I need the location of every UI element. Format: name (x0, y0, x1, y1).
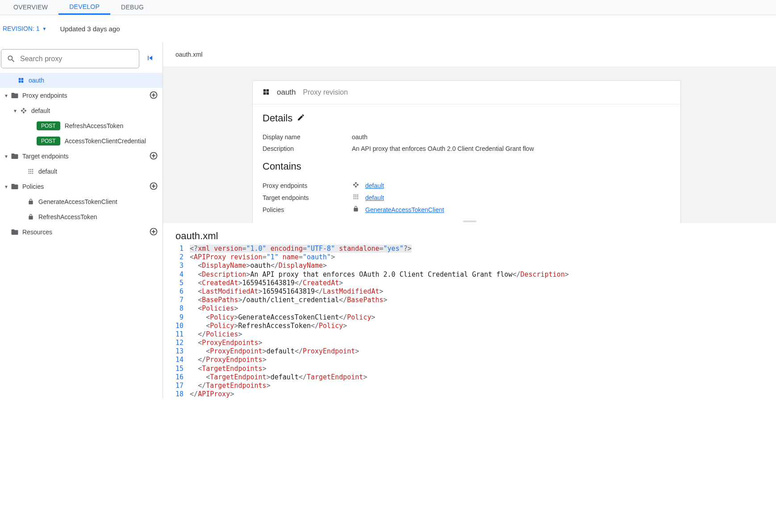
add-button[interactable] (149, 227, 158, 237)
tree-label: Resources (22, 229, 149, 236)
proxy-tree: oauth ▼ Proxy endpoints ▼ default POST R… (0, 73, 163, 240)
tree-te-default[interactable]: default (0, 164, 163, 179)
code-editor[interactable]: 123456789101112131415161718 <?xml versio… (163, 245, 776, 399)
collapse-icon (146, 54, 154, 62)
svg-point-29 (354, 195, 355, 195)
tree-flow-row[interactable]: POST RefreshAccessToken (0, 118, 163, 133)
add-button[interactable] (149, 182, 158, 192)
description-value: An API proxy that enforces OAuth 2.0 Cli… (352, 145, 534, 152)
search-input[interactable] (20, 55, 134, 63)
folder-icon (11, 152, 19, 160)
svg-point-36 (355, 198, 356, 199)
search-box[interactable] (1, 49, 139, 68)
collapse-sidebar-button[interactable] (144, 52, 156, 66)
line-gutter: 123456789101112131415161718 (175, 245, 190, 399)
card-title: oauth (277, 88, 296, 97)
svg-rect-2 (19, 81, 21, 83)
svg-point-34 (357, 196, 358, 197)
updated-text: Updated 3 days ago (60, 25, 120, 33)
svg-point-16 (29, 173, 29, 174)
svg-point-11 (30, 169, 31, 170)
display-name-value: oauth (352, 133, 367, 141)
policies-label: Policies (263, 206, 352, 213)
add-button[interactable] (149, 151, 158, 162)
svg-point-32 (354, 196, 355, 197)
tree-proxy-endpoints[interactable]: ▼ Proxy endpoints (0, 88, 163, 103)
search-icon (7, 54, 16, 63)
code-title: oauth.xml (163, 223, 776, 245)
svg-point-30 (355, 195, 356, 195)
tree-root[interactable]: oauth (0, 73, 163, 88)
display-name-label: Display name (263, 133, 352, 141)
tree-label: default (38, 168, 158, 175)
tab-develop[interactable]: DEVELOP (58, 0, 110, 15)
svg-point-14 (30, 171, 31, 172)
tree-label: AccessTokenClientCredential (65, 137, 158, 145)
apps-icon (352, 194, 360, 200)
svg-rect-26 (267, 89, 269, 91)
tree-root-label: oauth (29, 77, 158, 84)
move-icon (352, 182, 360, 188)
proxy-ep-link[interactable]: default (365, 182, 384, 189)
lock-icon (27, 213, 35, 221)
svg-rect-1 (21, 78, 24, 80)
file-tab[interactable]: oauth.xml (163, 42, 776, 67)
resize-handle[interactable] (463, 220, 476, 222)
tree-label: default (31, 107, 158, 114)
svg-point-33 (355, 196, 356, 197)
add-button[interactable] (149, 91, 158, 101)
revision-dropdown[interactable]: REVISION: 1 ▼ (3, 25, 46, 32)
revision-bar: REVISION: 1 ▼ Updated 3 days ago (0, 15, 776, 42)
svg-point-35 (354, 198, 355, 199)
lock-icon (352, 206, 360, 212)
method-badge: POST (37, 137, 60, 145)
contains-heading: Contains (263, 161, 301, 172)
folder-icon (11, 228, 19, 236)
description-label: Description (263, 145, 352, 152)
svg-point-12 (32, 169, 33, 170)
tree-pe-default[interactable]: ▼ default (0, 103, 163, 118)
tree-label: Proxy endpoints (22, 92, 149, 99)
proxy-ep-label: Proxy endpoints (263, 182, 352, 189)
tab-overview[interactable]: OVERVIEW (3, 0, 58, 15)
tree-policy-item[interactable]: GenerateAccessTokenClient (0, 194, 163, 209)
svg-point-18 (32, 173, 33, 174)
folder-icon (11, 183, 19, 191)
svg-point-15 (32, 171, 33, 172)
chevron-down-icon: ▼ (11, 108, 20, 113)
svg-point-10 (29, 169, 29, 170)
svg-point-31 (357, 195, 358, 195)
grid-icon (17, 76, 25, 84)
tree-flow-row[interactable]: POST AccessTokenClientCredential (0, 133, 163, 149)
svg-rect-28 (267, 92, 269, 94)
tree-policy-item[interactable]: RefreshAccessToken (0, 209, 163, 224)
target-ep-link[interactable]: default (365, 194, 384, 201)
details-card: oauth Proxy revision Details Display nam… (252, 80, 681, 223)
target-ep-label: Target endpoints (263, 194, 352, 201)
tree-resources[interactable]: ▼ Resources (0, 224, 163, 240)
svg-rect-0 (19, 78, 21, 80)
svg-point-37 (357, 198, 358, 199)
folder-icon (11, 91, 19, 100)
tree-label: Policies (22, 183, 149, 190)
code-content: <?xml version="1.0" encoding="UTF-8" sta… (190, 245, 569, 399)
card-subtitle: Proxy revision (303, 88, 348, 96)
tree-label: Target endpoints (22, 153, 149, 160)
tab-bar: OVERVIEW DEVELOP DEBUG (0, 0, 776, 15)
policies-link[interactable]: GenerateAccessTokenClient (365, 206, 444, 213)
chevron-down-icon: ▼ (2, 93, 11, 98)
svg-point-13 (29, 171, 29, 172)
apps-icon (27, 167, 35, 175)
sidebar: oauth ▼ Proxy endpoints ▼ default POST R… (0, 42, 163, 399)
method-badge: POST (37, 121, 60, 130)
tab-debug[interactable]: DEBUG (110, 0, 154, 15)
move-icon (20, 107, 28, 115)
chevron-down-icon: ▼ (2, 184, 11, 189)
overview-canvas: oauth Proxy revision Details Display nam… (163, 67, 776, 223)
chevron-down-icon: ▼ (2, 154, 11, 159)
main-panel: oauth.xml oauth Proxy revision Details D… (163, 42, 776, 399)
tree-policies[interactable]: ▼ Policies (0, 179, 163, 194)
tree-target-endpoints[interactable]: ▼ Target endpoints (0, 149, 163, 164)
tree-label: RefreshAccessToken (65, 122, 158, 129)
edit-button[interactable] (297, 112, 305, 124)
